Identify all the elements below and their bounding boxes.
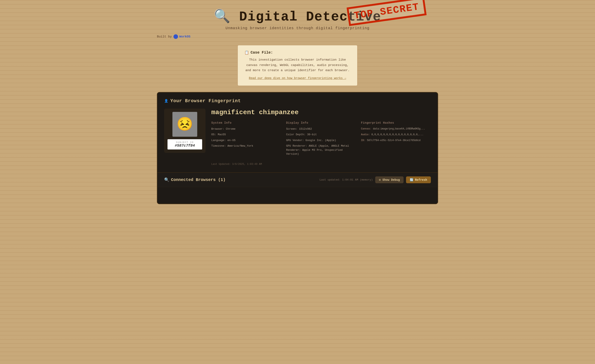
connected-title: 🔍 Connected Browsers (1): [164, 177, 226, 182]
gpu-renderer-info: GPU Renderer: ANGLE (Apple, ANGLE Metal …: [286, 144, 356, 156]
connected-bar: 🔍 Connected Browsers (1) Last updated: 1…: [157, 172, 438, 187]
canvas-hash-value: data:image/png;base64,iVBORw0KGg...: [373, 127, 425, 130]
workos-icon: [173, 34, 178, 39]
built-by-label: Built by: [157, 35, 172, 38]
connected-last-updated: Last updated: 1:04:01 AM (memory): [319, 178, 373, 181]
color-depth-info: Color Depth: 30-bit: [286, 133, 356, 137]
case-file-link[interactable]: Read our deep dive on how browser finger…: [244, 77, 351, 80]
system-info-header: System Info: [211, 121, 281, 124]
os-info: OS: MacOS: [211, 133, 281, 137]
audio-hash-value: 0,0,0,0,0,0,0,0,0,0,0,0,0,0,0,0,...: [371, 133, 423, 136]
dark-section: 👤 Your Browser Fingerprint 😣 SUBJECT ID …: [157, 92, 438, 204]
case-file-body: This investigation collects browser info…: [244, 57, 351, 73]
audio-hash: Audio: 0,0,0,0,0,0,0,0,0,0,0,0,0,0,0,0,.…: [361, 133, 431, 136]
workos-logo: WorkOS: [173, 34, 191, 39]
info-grid: System Info Browser: Chrome OS: MacOS La…: [211, 121, 431, 158]
case-file-box: 📋 Case File: This investigation collects…: [238, 45, 357, 86]
built-by: Built by WorkOS: [157, 34, 438, 39]
case-file-title: 📋 Case File:: [244, 50, 351, 55]
refresh-button[interactable]: 🔄 Refresh: [406, 176, 431, 183]
show-debug-button[interactable]: ⚙ Show Debug: [375, 176, 404, 183]
info-columns: magnificent chimpanzee System Info Brows…: [211, 109, 431, 166]
browser-name: magnificent chimpanzee: [211, 109, 431, 116]
canvas-hash: Canvas: data:image/png;base64,iVBORw0KGg…: [361, 127, 431, 131]
subject-id-card: SUBJECT ID #587c7f84: [167, 139, 202, 150]
fingerprint-section-title: Your Browser Fingerprint: [170, 99, 241, 104]
fingerprint-content: 😣 SUBJECT ID #587c7f84 magnificent chimp…: [164, 109, 431, 166]
connected-title-text: Connected Browsers (1): [171, 178, 226, 182]
display-info-group: Display Info Screen: 1512x982 Color Dept…: [286, 121, 356, 158]
gpu-vendor-info: GPU Vendor: Google Inc. (Apple): [286, 138, 356, 143]
language-info: Language: en-US: [211, 138, 281, 143]
fingerprint-icon: 👤: [164, 99, 168, 103]
timezone-info: Timezone: America/New_York: [211, 144, 281, 148]
fingerprint-header: 👤 Your Browser Fingerprint: [164, 99, 431, 104]
connected-right: Last updated: 1:04:01 AM (memory) ⚙ Show…: [319, 176, 431, 183]
workos-label: WorkOS: [179, 35, 191, 38]
display-info-header: Display Info: [286, 121, 356, 124]
header-subtitle: Unmasking browser identities through dig…: [157, 26, 438, 30]
fingerprint-panel: 👤 Your Browser Fingerprint 😣 SUBJECT ID …: [157, 93, 438, 172]
hashes-header: Fingerprint Hashes: [361, 121, 431, 124]
hashes-group: Fingerprint Hashes Canvas: data:image/pn…: [361, 121, 431, 158]
header: 🔍 Digital Detective Unmasking browser id…: [157, 0, 438, 43]
id-card: 😣 SUBJECT ID #587c7f84: [164, 109, 205, 153]
connected-icon: 🔍: [164, 177, 169, 182]
id-hash: ID: 587c7f84-e35c-52c4-97e4-38ce1765b8cd: [361, 139, 431, 142]
screen-info: Screen: 1512x982: [286, 127, 356, 131]
system-info-group: System Info Browser: Chrome OS: MacOS La…: [211, 121, 281, 158]
browser-info: Browser: Chrome: [211, 127, 281, 131]
subject-id-value: #587c7f84: [170, 143, 199, 148]
subject-id-label: SUBJECT ID: [170, 141, 199, 143]
bottom-panel: [157, 187, 438, 204]
case-file-title-text: Case File:: [251, 50, 273, 55]
case-file-icon: 📋: [244, 50, 249, 55]
avatar: 😣: [172, 112, 197, 137]
id-hash-value: 587c7f84-e35c-52c4-97e4-38ce1765b8cd: [367, 139, 420, 142]
last-updated: Last Updated: 3/8/2025, 1:03:49 AM: [211, 163, 431, 166]
